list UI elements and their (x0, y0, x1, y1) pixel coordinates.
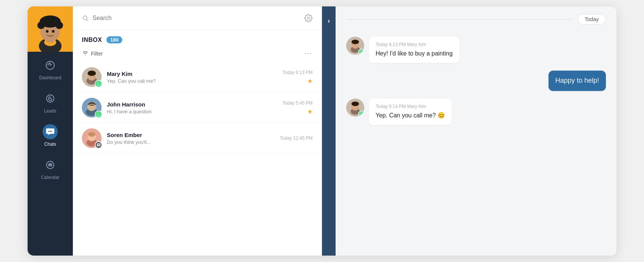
inbox-panel: INBOX 180 Filter ··· (73, 6, 322, 256)
message-row-3: Today 6:14 PM Mary Kim Yep. Can you call… (346, 99, 606, 125)
whatsapp-badge-john (95, 111, 102, 118)
filter-label: Filter (91, 51, 103, 57)
svg-point-19 (83, 16, 87, 20)
svg-point-9 (53, 18, 59, 25)
chat-list: Mary Kim Yep. Can you call me? Today 6:1… (73, 62, 322, 256)
svg-point-16 (50, 131, 51, 132)
search-input[interactable] (92, 15, 300, 22)
chat-avatar-john (82, 98, 102, 117)
calendar-icon-wrap (43, 157, 58, 173)
sidebar-label-calendar: Calendar (41, 175, 60, 180)
leads-icon-wrap (43, 91, 58, 106)
more-options-button[interactable]: ··· (305, 49, 313, 57)
svg-point-8 (41, 18, 47, 25)
chat-meta-soren: Today 12:45 PM (280, 136, 313, 141)
svg-point-12 (52, 30, 55, 33)
sidebar-item-chats[interactable]: Chats (28, 118, 73, 151)
chat-item-john[interactable]: John Harrison Hi, I have a question Toda… (73, 92, 322, 123)
svg-point-46 (351, 102, 359, 106)
msg-bubble-2: Happy to help! (548, 71, 606, 91)
chat-info-mary: Mary Kim Yep. Can you call me? (107, 71, 277, 84)
leads-icon (45, 94, 55, 103)
filter-bar: Filter ··· (73, 46, 322, 62)
chat-preview-mary: Yep. Can you call me? (107, 78, 277, 84)
msg-whatsapp-badge-1 (358, 49, 364, 55)
svg-point-15 (48, 131, 49, 132)
sidebar: Dashboard Leads Chats (28, 6, 73, 256)
svg-point-30 (88, 71, 96, 76)
star-icon-john: ★ (307, 108, 313, 115)
svg-point-11 (46, 30, 49, 33)
chat-preview-soren: Do you think you'll... (107, 139, 274, 145)
chat-messages: Today 6:13 PM Mary Kim Hey! I'd like to … (336, 32, 616, 256)
msg-bubble-3: Today 6:14 PM Mary Kim Yep. Can you call… (369, 99, 452, 125)
chats-icon-wrap (43, 124, 58, 139)
msg-whatsapp-badge-3 (358, 111, 364, 117)
dashboard-icon-wrap (43, 58, 58, 73)
svg-point-17 (51, 131, 52, 132)
msg-meta-1: Today 6:13 PM Mary Kim (376, 42, 453, 47)
chat-time-mary: Today 6:13 PM (282, 70, 313, 75)
message-row-1: Today 6:13 PM Mary Kim Hey! I'd like to … (346, 37, 606, 63)
msg-text-2: Happy to help! (555, 76, 599, 85)
chat-avatar-soren (82, 128, 102, 148)
svg-point-42 (351, 40, 359, 44)
calendar-icon (45, 160, 55, 170)
sidebar-item-dashboard[interactable]: Dashboard (28, 52, 73, 85)
dashboard-icon (45, 60, 55, 70)
inbox-header: INBOX 180 (73, 30, 322, 46)
msg-text-1: Hey! I'd like to buy a painting (376, 49, 453, 58)
sidebar-item-leads[interactable]: Leads (28, 85, 73, 118)
chats-icon (45, 127, 55, 137)
chat-info-john: John Harrison Hi, I have a question (107, 101, 277, 114)
svg-point-38 (88, 132, 96, 137)
chat-time-john: Today 5:45 PM (282, 100, 313, 106)
chevron-right-icon: › (328, 17, 330, 25)
chat-avatar-mary (82, 67, 102, 87)
today-badge: Today (578, 14, 606, 25)
inbox-badge: 180 (106, 36, 122, 43)
chat-name-john: John Harrison (107, 101, 277, 108)
sidebar-label-dashboard: Dashboard (39, 75, 62, 80)
search-icon (82, 15, 89, 22)
chat-name-mary: Mary Kim (107, 71, 277, 77)
sidebar-label-chats: Chats (44, 142, 56, 147)
svg-rect-34 (89, 105, 94, 106)
header-divider (346, 19, 573, 20)
chat-panel: Today Today 6:13 PM Mary Kim (336, 6, 616, 256)
chat-preview-john: Hi, I have a question (107, 109, 277, 114)
toggle-panel-button[interactable]: › (322, 6, 336, 256)
svg-point-21 (307, 17, 310, 19)
avatar-image (28, 6, 73, 52)
search-bar (73, 6, 322, 30)
user-avatar (28, 6, 73, 52)
message-row-2: Happy to help! (346, 71, 606, 91)
msg-avatar-3 (346, 99, 364, 117)
app-container: Dashboard Leads Chats (28, 6, 616, 256)
chat-meta-mary: Today 6:13 PM ★ (282, 70, 313, 85)
sidebar-item-calendar[interactable]: Calendar (28, 151, 73, 185)
sidebar-label-leads: Leads (44, 108, 57, 114)
msg-meta-3: Today 6:14 PM Mary Kim (376, 104, 445, 109)
msg-bubble-1: Today 6:13 PM Mary Kim Hey! I'd like to … (369, 37, 459, 63)
chat-item[interactable]: Mary Kim Yep. Can you call me? Today 6:1… (73, 62, 322, 92)
whatsapp-badge-mary (95, 80, 102, 88)
msg-text-3: Yep. Can you call me? 😊 (376, 111, 445, 120)
inbox-title: INBOX (82, 37, 102, 43)
chat-name-soren: Soren Ember (107, 132, 274, 138)
chat-item-soren[interactable]: Soren Ember Do you think you'll... Today… (73, 123, 322, 154)
chat-panel-header: Today (336, 6, 616, 32)
chat-meta-john: Today 5:45 PM ★ (282, 100, 313, 115)
svg-point-10 (46, 17, 54, 25)
filter-button[interactable]: Filter (82, 50, 103, 57)
chat-info-soren: Soren Ember Do you think you'll... (107, 132, 274, 145)
star-icon-mary: ★ (307, 77, 313, 85)
settings-button[interactable] (304, 14, 313, 22)
sms-badge-soren (95, 141, 102, 149)
msg-avatar-1 (346, 37, 364, 55)
svg-line-20 (86, 19, 88, 21)
chat-time-soren: Today 12:45 PM (280, 136, 313, 141)
